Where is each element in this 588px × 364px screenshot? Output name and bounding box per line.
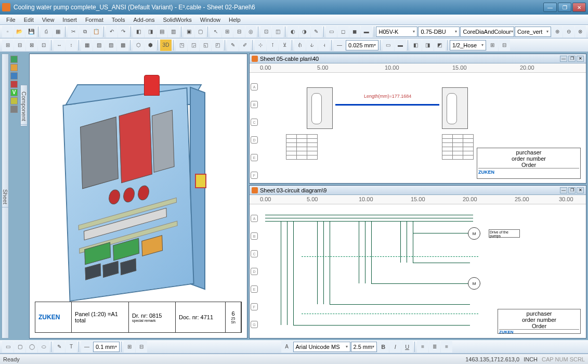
new-icon[interactable]: ▫ [2, 26, 13, 37]
sheet-dock[interactable]: Sheet [2, 54, 9, 339]
tool-icon[interactable]: ▬ [395, 40, 406, 51]
font-icon[interactable]: A [281, 341, 293, 353]
tool-icon[interactable]: ✎ [227, 40, 239, 51]
cut-icon[interactable]: ✂ [68, 26, 79, 37]
tool-icon[interactable]: ▩ [117, 40, 128, 51]
tool-icon[interactable]: ⫛ [294, 40, 306, 51]
strip-icon[interactable] [10, 64, 18, 71]
strip-icon[interactable] [10, 56, 18, 63]
tool-icon[interactable]: ◲ [188, 40, 199, 51]
print-icon[interactable]: ⎙ [41, 26, 51, 37]
tool-icon[interactable]: ▬ [361, 26, 372, 37]
underline-icon[interactable]: U [401, 341, 413, 353]
tool-icon[interactable]: ✎ [311, 26, 322, 37]
tool-icon[interactable]: ▢ [14, 341, 25, 353]
circuit-pane-header[interactable]: Sheet 03-circuit diagram\9 — ❐ ✕ [250, 186, 586, 195]
strip-icon[interactable] [10, 81, 18, 88]
tool-icon[interactable]: ⊟ [136, 341, 147, 353]
component-dock[interactable]: Component [20, 85, 28, 126]
cable-pane-header[interactable]: Sheet 05-cable plan\40 — ❐ ✕ [250, 54, 586, 63]
menu-file[interactable]: File [2, 16, 20, 24]
menu-solidworks[interactable]: SolidWorks [159, 16, 195, 24]
tool-icon[interactable]: ⊡ [260, 26, 271, 37]
wire-gauge-combo[interactable]: 0.75-DBU [418, 27, 460, 37]
tool-icon[interactable]: ◧ [410, 40, 422, 51]
pane-close-icon[interactable]: ✕ [577, 187, 584, 193]
tool-icon[interactable]: ⊖ [563, 26, 574, 37]
tool-icon[interactable]: ◨ [145, 26, 155, 37]
strip-icon[interactable]: V [10, 89, 18, 96]
tool-icon[interactable]: ▣ [184, 26, 194, 37]
pane-max-icon[interactable]: ❐ [568, 187, 576, 193]
align-left-icon[interactable]: ≡ [417, 341, 428, 353]
tool-icon[interactable]: ◩ [434, 40, 446, 51]
menu-addons[interactable]: Add-ons [129, 16, 159, 24]
tool-icon[interactable]: ▭ [2, 341, 14, 353]
tool-icon[interactable]: ⊹ [255, 40, 266, 51]
undo-icon[interactable]: ↶ [106, 26, 117, 37]
tool-icon[interactable]: T [66, 341, 77, 353]
preview-icon[interactable]: ▦ [53, 26, 63, 37]
tool-icon[interactable]: ▥ [168, 26, 179, 37]
save-icon[interactable]: 💾 [25, 26, 36, 37]
tool-icon[interactable]: ⊞ [487, 40, 498, 51]
tool-icon[interactable]: ▧ [93, 40, 104, 51]
tool-icon[interactable]: ◼ [349, 26, 360, 37]
close-button[interactable]: ✕ [572, 3, 586, 12]
tool-icon[interactable]: ◐ [288, 26, 298, 37]
tool-icon[interactable]: ▦ [81, 40, 93, 51]
strip-icon[interactable] [10, 97, 18, 105]
pane-max-icon[interactable]: ❐ [568, 56, 576, 62]
pane-min-icon[interactable]: — [560, 56, 567, 62]
tool-icon[interactable]: — [81, 341, 93, 353]
tool-icon[interactable]: ⬭ [38, 341, 49, 353]
core-option-combo[interactable]: CoreDiaAndColour [460, 27, 514, 37]
tool-icon[interactable]: ⊡ [38, 40, 49, 51]
tool-icon[interactable]: ◎ [245, 26, 256, 37]
menu-insert[interactable]: Insert [58, 16, 81, 24]
menu-format[interactable]: Format [81, 16, 108, 24]
tool-icon[interactable]: ⊞ [2, 40, 14, 51]
tool-icon[interactable]: ⫝ [306, 40, 318, 51]
tool-icon[interactable]: ↔ [54, 40, 65, 51]
tool-icon[interactable]: ▨ [105, 40, 116, 51]
tool-icon[interactable]: ⊠ [26, 40, 37, 51]
maximize-button[interactable]: ❐ [558, 3, 571, 12]
tool-icon[interactable]: ⊕ [552, 26, 563, 37]
bottom-linewidth-combo[interactable]: 0.1 mm [93, 342, 120, 352]
tool-icon[interactable]: ◳ [176, 40, 187, 51]
tool-icon[interactable]: ▤ [156, 26, 167, 37]
menu-edit[interactable]: Edit [20, 16, 38, 24]
cable-canvas[interactable]: A B C D E F [250, 73, 586, 183]
tool-icon[interactable]: ⫞ [318, 40, 330, 51]
menu-tools[interactable]: Tools [108, 16, 129, 24]
arrow-icon[interactable]: ↖ [210, 26, 221, 37]
tool-icon[interactable]: ▭ [326, 26, 337, 37]
paste-icon[interactable]: 📋 [91, 26, 102, 37]
tool-icon[interactable]: ⊟ [233, 26, 244, 37]
minimize-button[interactable]: — [543, 3, 557, 12]
tool-icon[interactable]: ⊟ [499, 40, 510, 51]
tool-icon[interactable]: ▢ [195, 26, 206, 37]
circuit-canvas[interactable]: A B C D E F G [250, 204, 586, 338]
font-combo[interactable]: Arial Unicode MS [293, 342, 350, 352]
component-tab[interactable]: Component [21, 88, 27, 125]
tool-icon[interactable]: ✐ [239, 40, 251, 51]
tool-icon[interactable]: ◯ [26, 341, 37, 353]
tool-icon[interactable]: ⬢ [145, 40, 156, 51]
tool-icon[interactable]: ⊟ [14, 40, 25, 51]
tool-icon[interactable]: ◱ [200, 40, 211, 51]
open-icon[interactable]: 📂 [14, 26, 24, 37]
tool-icon[interactable]: — [334, 40, 345, 51]
align-right-icon[interactable]: ≡ [441, 341, 452, 353]
sheet-tab[interactable]: Sheet [2, 187, 8, 207]
bold-icon[interactable]: B [377, 341, 389, 353]
tool-icon[interactable]: ✎ [54, 341, 65, 353]
italic-icon[interactable]: I [389, 341, 401, 353]
strip-icon[interactable] [10, 72, 18, 80]
tool-icon[interactable]: ⊞ [222, 26, 233, 37]
pane-close-icon[interactable]: ✕ [577, 56, 584, 62]
tool-icon[interactable]: ◻ [337, 26, 348, 37]
tool-icon[interactable]: ⬡ [133, 40, 144, 51]
tool-icon[interactable]: ⊞ [124, 341, 135, 353]
